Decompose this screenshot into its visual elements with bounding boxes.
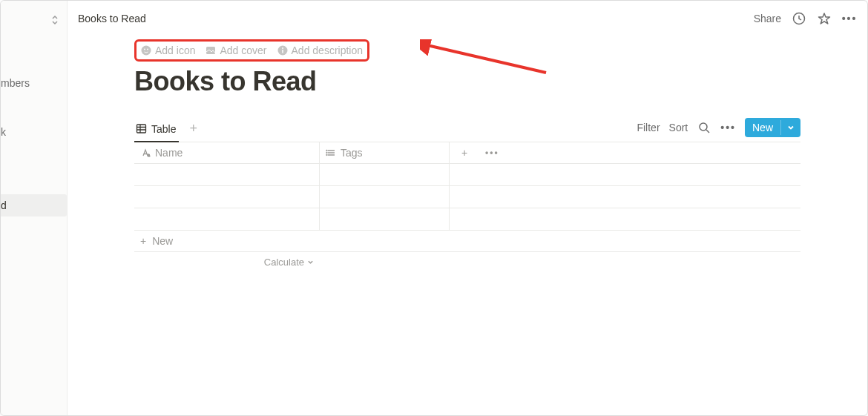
column-header-tags[interactable]: Tags <box>320 142 450 163</box>
main-area: Books to Read Share ••• <box>68 1 867 415</box>
updates-icon[interactable] <box>792 11 806 26</box>
add-column-button[interactable]: + <box>450 142 479 163</box>
table-row[interactable] <box>134 164 800 186</box>
column-more-icon[interactable]: ••• <box>479 142 509 163</box>
breadcrumb[interactable]: Books to Read <box>78 13 146 24</box>
share-button[interactable]: Share <box>754 13 781 24</box>
svg-text:a: a <box>148 153 150 157</box>
info-icon <box>277 45 288 56</box>
sidebar-item[interactable]: k <box>1 121 67 143</box>
view-tab-label: Table <box>151 123 176 135</box>
cell-name[interactable] <box>134 164 320 185</box>
new-button-label: New <box>745 118 780 137</box>
calculate-label: Calculate <box>264 257 304 268</box>
svg-rect-4 <box>206 47 215 54</box>
image-icon <box>206 45 216 56</box>
more-options-icon[interactable]: ••• <box>842 11 857 26</box>
svg-point-12 <box>700 123 707 131</box>
table-header: a Name Tags + ••• <box>134 142 800 164</box>
multiselect-property-icon <box>326 148 336 158</box>
sidebar-item[interactable]: mbers <box>1 72 67 94</box>
favorite-star-icon[interactable] <box>817 11 832 26</box>
svg-rect-6 <box>282 50 283 53</box>
svg-rect-8 <box>137 125 146 133</box>
sidebar-item-selected[interactable]: d <box>1 194 67 217</box>
sidebar-item[interactable] <box>1 105 67 110</box>
text-property-icon: a <box>140 148 151 158</box>
svg-line-13 <box>706 130 709 133</box>
add-view-button[interactable]: + <box>189 121 197 139</box>
plus-icon: + <box>140 235 146 247</box>
add-description-button[interactable]: Add description <box>277 44 364 56</box>
topbar-actions: Share ••• <box>754 11 857 26</box>
view-actions: Filter Sort ••• New <box>637 118 800 142</box>
table-row[interactable] <box>134 186 800 208</box>
chevron-down-icon <box>307 259 314 265</box>
chevron-down-icon[interactable] <box>780 120 800 135</box>
cell-tags[interactable] <box>320 208 450 230</box>
filter-button[interactable]: Filter <box>637 122 660 133</box>
cell-tags[interactable] <box>320 164 450 185</box>
search-icon[interactable] <box>697 120 711 135</box>
cell-name[interactable] <box>134 186 320 208</box>
page-title[interactable]: Books to Read <box>134 66 800 97</box>
table-row[interactable] <box>134 208 800 231</box>
table-icon <box>136 123 147 134</box>
svg-point-20 <box>326 151 327 151</box>
add-cover-button[interactable]: Add cover <box>206 44 266 56</box>
svg-point-22 <box>326 155 327 156</box>
add-icon-label: Add icon <box>155 44 195 56</box>
page-content: Add icon Add cover Add description Books… <box>68 36 867 272</box>
new-row-button[interactable]: + New <box>134 231 800 252</box>
column-header-name[interactable]: a Name <box>134 142 320 163</box>
column-header-name-label: Name <box>155 147 183 159</box>
emoji-icon <box>141 45 151 56</box>
new-row-label: New <box>152 235 173 247</box>
add-icon-button[interactable]: Add icon <box>141 44 195 56</box>
column-header-tags-label: Tags <box>341 147 363 159</box>
cell-tags[interactable] <box>320 186 450 208</box>
cell-name[interactable] <box>134 208 320 230</box>
new-button[interactable]: New <box>745 118 800 137</box>
view-tab-table[interactable]: Table <box>134 119 179 142</box>
add-cover-label: Add cover <box>220 44 266 56</box>
svg-point-21 <box>326 153 327 153</box>
sidebar-collapse-icon[interactable] <box>49 14 61 26</box>
svg-point-2 <box>144 49 145 50</box>
svg-point-7 <box>282 47 283 49</box>
sort-button[interactable]: Sort <box>669 122 688 133</box>
page-action-row-highlighted: Add icon Add cover Add description <box>134 39 369 62</box>
calculate-row: Calculate <box>134 252 800 272</box>
svg-point-3 <box>147 49 148 50</box>
view-more-icon[interactable]: ••• <box>720 122 736 133</box>
add-description-label: Add description <box>292 44 364 56</box>
database-table: a Name Tags + ••• <box>134 142 800 272</box>
topbar: Books to Read Share ••• <box>68 1 867 36</box>
sidebar-item-list: mbers k d <box>1 72 67 227</box>
calculate-button[interactable]: Calculate <box>134 252 320 272</box>
view-tabs-row: Table + Filter Sort ••• New <box>134 118 800 142</box>
svg-point-1 <box>142 46 151 56</box>
sidebar: mbers k d <box>1 1 68 415</box>
